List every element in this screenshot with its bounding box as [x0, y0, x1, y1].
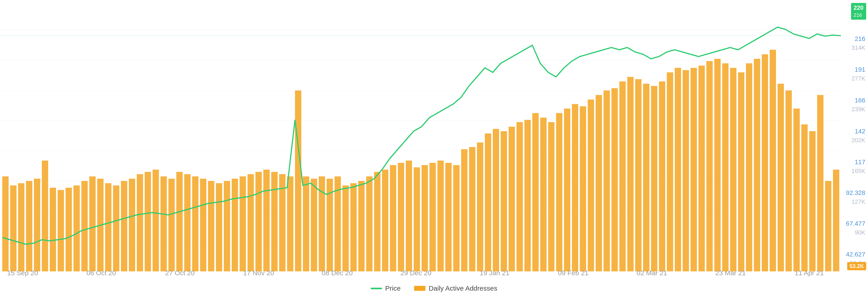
y-price-6: 117: [855, 158, 865, 166]
y-price-8: 67.477: [846, 220, 865, 227]
svg-rect-43: [271, 172, 278, 271]
svg-rect-106: [770, 50, 776, 271]
y-daa-2: 314K: [851, 44, 865, 51]
svg-rect-54: [358, 181, 365, 271]
y-price-9: 42.627: [846, 251, 865, 258]
y-tick-8: 67.477 90K: [835, 220, 865, 236]
legend-price-dot: [371, 288, 382, 289]
y-daa-3: 277K: [851, 75, 865, 82]
svg-rect-10: [10, 185, 17, 271]
svg-rect-28: [153, 170, 159, 271]
svg-rect-102: [738, 72, 744, 271]
x-label-3: 17 Nov 20: [241, 269, 277, 277]
svg-rect-12: [26, 181, 32, 271]
svg-rect-65: [445, 163, 452, 271]
svg-rect-16: [58, 190, 64, 271]
x-axis: 15 Sep 20 06 Oct 20 27 Oct 20 17 Nov 20 …: [0, 269, 832, 283]
x-label-7: 09 Feb 21: [555, 269, 591, 277]
svg-rect-15: [50, 188, 56, 271]
svg-rect-27: [145, 172, 151, 271]
y-daa-6: 165K: [851, 168, 865, 175]
svg-rect-31: [176, 172, 183, 271]
legend-price-label: Price: [385, 285, 401, 292]
svg-rect-70: [485, 134, 491, 271]
daa-badge-value: 53.2K: [849, 263, 864, 269]
svg-rect-42: [264, 170, 270, 271]
y-tick-6: 117 165K: [835, 158, 865, 175]
svg-rect-17: [66, 188, 72, 271]
svg-rect-76: [532, 113, 539, 271]
svg-rect-56: [374, 172, 380, 271]
svg-rect-59: [398, 163, 404, 271]
svg-rect-71: [493, 129, 499, 271]
svg-rect-13: [34, 179, 40, 271]
svg-rect-18: [73, 185, 80, 271]
svg-rect-103: [746, 63, 752, 271]
svg-rect-14: [42, 160, 48, 271]
svg-rect-69: [477, 143, 483, 271]
svg-rect-48: [311, 179, 317, 271]
svg-rect-110: [801, 124, 808, 271]
svg-rect-41: [255, 172, 262, 271]
svg-rect-30: [168, 179, 175, 271]
svg-rect-34: [200, 179, 206, 271]
svg-rect-67: [461, 149, 467, 271]
svg-rect-87: [619, 81, 626, 271]
svg-rect-73: [508, 127, 515, 271]
svg-rect-100: [722, 63, 728, 271]
svg-rect-66: [453, 165, 460, 271]
svg-rect-19: [81, 181, 88, 271]
svg-rect-99: [714, 59, 721, 271]
svg-rect-39: [240, 176, 246, 271]
y-tick-2: 216 314K: [835, 35, 865, 51]
svg-rect-38: [232, 179, 238, 271]
svg-rect-9: [2, 176, 8, 271]
y-axis: 241 351K 216 314K 191 277K 166 239K 142 …: [832, 0, 868, 271]
svg-rect-11: [18, 183, 24, 271]
svg-rect-23: [113, 185, 119, 271]
svg-rect-108: [785, 90, 792, 271]
svg-rect-24: [121, 181, 127, 271]
svg-rect-68: [469, 147, 475, 271]
y-price-7: 92.328: [846, 189, 865, 197]
svg-rect-46: [295, 90, 301, 271]
svg-rect-79: [556, 113, 562, 271]
svg-rect-32: [184, 174, 191, 271]
x-label-5: 29 Dec 20: [398, 269, 434, 277]
svg-rect-113: [825, 181, 831, 271]
svg-rect-64: [437, 160, 444, 271]
svg-rect-98: [706, 61, 713, 271]
x-label-8: 02 Mar 21: [634, 269, 670, 277]
y-price-2: 216: [855, 35, 865, 42]
y-price-4: 166: [855, 97, 865, 104]
svg-rect-111: [809, 131, 815, 271]
legend-price: Price: [371, 285, 401, 292]
y-daa-5: 202K: [851, 137, 865, 144]
svg-rect-35: [208, 181, 214, 271]
svg-rect-75: [524, 120, 531, 271]
x-label-9: 23 Mar 21: [712, 269, 749, 277]
y-daa-7: 127K: [851, 198, 865, 205]
y-tick-5: 142 202K: [835, 128, 865, 144]
svg-rect-53: [350, 183, 357, 271]
svg-rect-62: [422, 165, 428, 271]
svg-rect-78: [548, 122, 555, 271]
svg-rect-36: [216, 183, 222, 271]
y-daa-4: 239K: [851, 106, 865, 113]
chart-legend: Price Daily Active Addresses: [371, 285, 497, 292]
svg-rect-60: [406, 160, 412, 271]
svg-rect-77: [540, 118, 547, 271]
x-label-1: 06 Oct 20: [83, 269, 119, 277]
chart-svg: [0, 0, 841, 271]
svg-rect-84: [596, 95, 602, 271]
svg-rect-85: [603, 90, 610, 271]
svg-rect-107: [778, 84, 784, 271]
svg-rect-83: [588, 99, 594, 271]
svg-rect-57: [382, 170, 388, 271]
svg-rect-81: [572, 104, 578, 271]
svg-rect-89: [635, 79, 642, 271]
svg-rect-25: [129, 179, 135, 271]
svg-rect-91: [651, 86, 657, 271]
y-daa-8: 90K: [855, 229, 865, 236]
chart-container: 241 351K 216 314K 191 277K 166 239K 142 …: [0, 0, 868, 294]
